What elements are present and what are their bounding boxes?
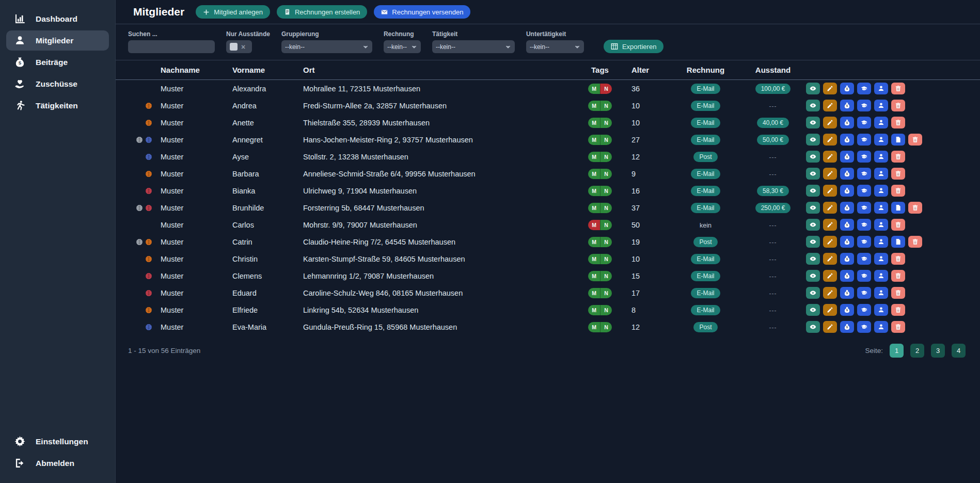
- mitglied-button[interactable]: [874, 168, 888, 180]
- anzeigen-button[interactable]: [806, 134, 820, 146]
- taetigkeiten-button[interactable]: [857, 168, 871, 180]
- page-button-3[interactable]: 3: [931, 344, 945, 358]
- column-header-alter[interactable]: Alter: [618, 66, 671, 74]
- beitraege-button[interactable]: $: [840, 236, 854, 248]
- beitraege-button[interactable]: $: [840, 270, 854, 282]
- mitglied-button[interactable]: [874, 304, 888, 316]
- bearbeiten-button[interactable]: [823, 168, 837, 180]
- beitraege-button[interactable]: $: [840, 321, 854, 333]
- loeschen-button[interactable]: [891, 151, 905, 163]
- column-header-nachname[interactable]: Nachname: [161, 66, 232, 74]
- bearbeiten-button[interactable]: [823, 253, 837, 265]
- loeschen-button[interactable]: [891, 287, 905, 299]
- bearbeiten-button[interactable]: [823, 270, 837, 282]
- anzeigen-button[interactable]: [806, 168, 820, 180]
- anzeigen-button[interactable]: [806, 185, 820, 197]
- bearbeiten-button[interactable]: [823, 185, 837, 197]
- bearbeiten-button[interactable]: [823, 134, 837, 146]
- bearbeiten-button[interactable]: [823, 236, 837, 248]
- mitglied-anlegen-button[interactable]: Mitglied anlegen: [196, 5, 270, 19]
- beitraege-button[interactable]: $: [840, 117, 854, 128]
- taetigkeiten-button[interactable]: [857, 100, 871, 111]
- beitraege-button[interactable]: $: [840, 185, 854, 197]
- loeschen-button[interactable]: [891, 321, 905, 333]
- mitglied-button[interactable]: [874, 100, 888, 111]
- taetigkeiten-button[interactable]: [857, 270, 871, 282]
- beitraege-button[interactable]: $: [840, 151, 854, 163]
- sidebar-item-taetigkeiten[interactable]: Tätigkeiten: [6, 95, 109, 116]
- dokument-button[interactable]: [891, 236, 905, 248]
- mitglied-button[interactable]: [874, 219, 888, 231]
- taetigkeiten-button[interactable]: [857, 151, 871, 163]
- taetigkeiten-button[interactable]: [857, 117, 871, 128]
- mitglied-button[interactable]: [874, 270, 888, 282]
- beitraege-button[interactable]: $: [840, 304, 854, 316]
- outstanding-checkbox[interactable]: [230, 43, 238, 51]
- rechnung-select[interactable]: --kein--: [384, 40, 421, 53]
- mitglied-button[interactable]: [874, 83, 888, 94]
- anzeigen-button[interactable]: [806, 304, 820, 316]
- anzeigen-button[interactable]: [806, 151, 820, 163]
- loeschen-button[interactable]: [891, 219, 905, 231]
- taetigkeiten-button[interactable]: [857, 83, 871, 94]
- bearbeiten-button[interactable]: [823, 117, 837, 128]
- taetigkeiten-button[interactable]: [857, 253, 871, 265]
- column-header-vorname[interactable]: Vorname: [232, 66, 303, 74]
- column-header-ort[interactable]: Ort: [303, 66, 582, 74]
- search-input[interactable]: [128, 40, 215, 53]
- sidebar-item-beitraege[interactable]: $Beiträge: [6, 52, 109, 72]
- mitglied-button[interactable]: [874, 117, 888, 128]
- taetigkeiten-button[interactable]: [857, 202, 871, 214]
- outstanding-clear-button[interactable]: ×: [241, 43, 245, 51]
- bearbeiten-button[interactable]: [823, 321, 837, 333]
- loeschen-button[interactable]: [891, 185, 905, 197]
- gruppierung-select[interactable]: --kein--: [281, 40, 372, 53]
- taetigkeit-select[interactable]: --kein--: [432, 40, 515, 53]
- column-header-ausstand[interactable]: Ausstand: [740, 66, 806, 74]
- taetigkeiten-button[interactable]: [857, 304, 871, 316]
- loeschen-button[interactable]: [891, 270, 905, 282]
- beitraege-button[interactable]: $: [840, 168, 854, 180]
- anzeigen-button[interactable]: [806, 321, 820, 333]
- beitraege-button[interactable]: $: [840, 100, 854, 111]
- bearbeiten-button[interactable]: [823, 219, 837, 231]
- taetigkeiten-button[interactable]: [857, 134, 871, 146]
- loeschen-button[interactable]: [891, 83, 905, 94]
- bearbeiten-button[interactable]: [823, 100, 837, 111]
- mitglied-button[interactable]: [874, 236, 888, 248]
- rechnungen-erstellen-button[interactable]: Rechnungen erstellen: [277, 5, 367, 19]
- bearbeiten-button[interactable]: [823, 287, 837, 299]
- taetigkeiten-button[interactable]: [857, 287, 871, 299]
- taetigkeiten-button[interactable]: [857, 321, 871, 333]
- anzeigen-button[interactable]: [806, 83, 820, 94]
- sidebar-item-mitglieder[interactable]: Mitglieder: [6, 30, 109, 51]
- bearbeiten-button[interactable]: [823, 151, 837, 163]
- column-header-tags[interactable]: Tags: [582, 66, 618, 74]
- beitraege-button[interactable]: $: [840, 83, 854, 94]
- column-header-rechnung[interactable]: Rechnung: [671, 66, 740, 74]
- mitglied-button[interactable]: [874, 321, 888, 333]
- bearbeiten-button[interactable]: [823, 202, 837, 214]
- bearbeiten-button[interactable]: [823, 304, 837, 316]
- page-button-2[interactable]: 2: [910, 344, 924, 358]
- mitglied-button[interactable]: [874, 185, 888, 197]
- beitraege-button[interactable]: $: [840, 219, 854, 231]
- loeschen-button[interactable]: [891, 253, 905, 265]
- loeschen-button[interactable]: [891, 117, 905, 128]
- sidebar-item-zuschuesse[interactable]: Zuschüsse: [6, 74, 109, 94]
- sidebar-item-abmelden[interactable]: Abmelden: [6, 453, 109, 473]
- untertaetigkeit-select[interactable]: --kein--: [526, 40, 584, 53]
- anzeigen-button[interactable]: [806, 117, 820, 128]
- sidebar-item-dashboard[interactable]: Dashboard: [6, 9, 109, 29]
- anzeigen-button[interactable]: [806, 100, 820, 111]
- anzeigen-button[interactable]: [806, 287, 820, 299]
- mitglied-button[interactable]: [874, 202, 888, 214]
- beitraege-button[interactable]: $: [840, 253, 854, 265]
- taetigkeiten-button[interactable]: [857, 236, 871, 248]
- loeschen-button[interactable]: [908, 202, 922, 214]
- beitraege-button[interactable]: $: [840, 287, 854, 299]
- export-button[interactable]: Exportieren: [604, 40, 663, 53]
- anzeigen-button[interactable]: [806, 253, 820, 265]
- loeschen-button[interactable]: [908, 236, 922, 248]
- anzeigen-button[interactable]: [806, 270, 820, 282]
